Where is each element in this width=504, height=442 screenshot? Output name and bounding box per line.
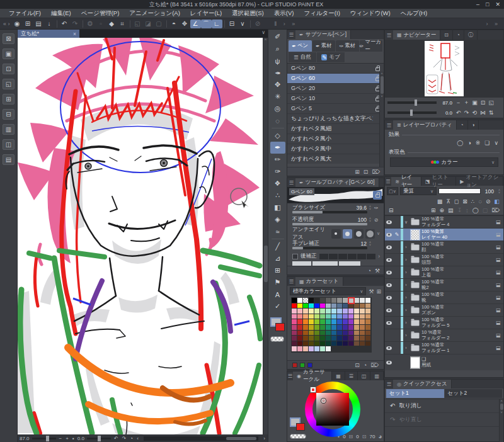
eyedropper-tool[interactable]: ✒	[270, 67, 285, 79]
canvas-zoom-in-icon[interactable]: +	[65, 436, 69, 441]
color-swatch[interactable]	[314, 298, 320, 303]
brush-item[interactable]: かすれベタ風中	[287, 144, 384, 154]
color-swatch[interactable]	[326, 298, 331, 303]
color-swatch[interactable]	[297, 346, 303, 352]
transfer-down-icon[interactable]: ↧	[457, 207, 462, 213]
stabilization-value[interactable]: 12	[350, 241, 367, 247]
nav-zoom-in-icon[interactable]: +	[462, 99, 471, 106]
move-tool[interactable]: ✥	[270, 79, 285, 91]
help-icon[interactable]: ⊘	[253, 20, 263, 28]
processing-icon[interactable]: ❂	[85, 20, 96, 28]
menu-item[interactable]: 表示(V)	[269, 9, 299, 18]
color-swatch[interactable]	[343, 325, 348, 331]
color-swatch[interactable]	[365, 341, 371, 347]
color-swatch[interactable]	[320, 331, 326, 336]
color-swatch[interactable]	[354, 309, 360, 314]
tab-effect[interactable]: ◑	[468, 120, 479, 130]
quick-access-tab[interactable]: ◎クイックアクセス	[393, 380, 452, 388]
layer-row[interactable]: ✎ › 100 %通常 靴2 ⬓	[385, 279, 503, 292]
color-swatch[interactable]	[343, 346, 348, 352]
color-swatch[interactable]	[326, 341, 331, 347]
color-swatch[interactable]	[343, 331, 348, 336]
object-tool[interactable]: ◎	[270, 103, 285, 115]
brush-item[interactable]: ちょっぴりえっちな描き文字ペン	[287, 114, 384, 124]
pin-opacity-icon[interactable]: ▩	[437, 198, 443, 205]
panel-menu-icon[interactable]: ☰	[385, 120, 393, 130]
dock-palette-icon[interactable]: ◱	[3, 79, 14, 89]
csp-logo-icon[interactable]: ◉	[12, 20, 23, 28]
canvas-tab-chevron-icon[interactable]: ∨	[259, 30, 268, 38]
deselect-icon[interactable]: ▫	[96, 20, 106, 28]
aa-chevron-icon[interactable]: ∨	[377, 231, 380, 236]
color-swatch[interactable]	[320, 336, 326, 341]
canvas-tab-close-icon[interactable]: ×	[73, 31, 76, 37]
sv-square[interactable]	[316, 393, 349, 426]
new-vector-layer-icon[interactable]: ⊕	[440, 207, 445, 213]
color-swatch[interactable]	[331, 298, 337, 303]
ruler-show-icon[interactable]: ⊘	[486, 198, 491, 205]
expand-arrow-icon[interactable]: ›	[403, 258, 409, 262]
color-swatch[interactable]	[309, 341, 314, 347]
auto-action-tab[interactable]: ▶オートアクション	[456, 177, 503, 186]
panel-menu-icon[interactable]: ☰	[287, 277, 295, 286]
duplicate-subtool-icon[interactable]: ⊡	[364, 169, 369, 175]
snap-ruler-icon[interactable]: ∠	[190, 20, 201, 28]
color-swatch[interactable]	[354, 303, 360, 309]
menu-item[interactable]: 選択範囲(S)	[227, 9, 269, 18]
opacity-value[interactable]: 100	[350, 217, 367, 223]
layer-settings-icon[interactable]: ⬓	[493, 269, 503, 275]
tool-button[interactable]	[272, 239, 284, 239]
nav-flip-h-icon[interactable]: ⋈	[479, 110, 487, 116]
color-swatch[interactable]	[320, 303, 326, 309]
color-swatch[interactable]	[348, 336, 354, 341]
color-swatch[interactable]	[326, 346, 331, 352]
menu-item[interactable]: ウィンドウ(W)	[345, 9, 396, 18]
color-swatch[interactable]	[326, 309, 331, 314]
visibility-eye-icon[interactable]	[386, 309, 392, 312]
panel-menu-icon[interactable]: ☰	[385, 177, 391, 186]
color-swatch[interactable]	[354, 341, 360, 347]
add-color-icon[interactable]: ◔	[364, 362, 367, 368]
color-swatch[interactable]	[337, 303, 343, 309]
color-swatch[interactable]	[337, 331, 343, 336]
delete-subtool-icon[interactable]: ⌦	[372, 169, 380, 175]
create-subtool-icon[interactable]: ⊞	[355, 169, 360, 175]
post-correction-level[interactable]	[319, 254, 376, 259]
color-swatch[interactable]	[365, 309, 371, 314]
new-folder-icon[interactable]: ▤	[448, 207, 454, 213]
close-button[interactable]: ✕	[495, 1, 500, 8]
color-swatch[interactable]	[337, 336, 343, 341]
tab-color-history[interactable]: ▥	[370, 371, 384, 380]
stepper[interactable]: ˄˅	[497, 189, 501, 194]
recent-color-swatch[interactable]	[292, 363, 297, 368]
brush-size-slider[interactable]	[292, 211, 367, 213]
toolbar-icon[interactable]	[83, 20, 83, 28]
color-swatch[interactable]	[365, 298, 371, 303]
color-swatch[interactable]	[292, 309, 297, 314]
color-swatch[interactable]	[331, 341, 337, 347]
subtool-scrollbar[interactable]: ˄˅	[379, 72, 384, 173]
layer-row[interactable]: ✎ › 100 %通常 ズボン ⬓	[385, 304, 503, 317]
subtool-group-pen[interactable]: ✒ペン	[289, 40, 312, 52]
color-swatch[interactable]	[354, 331, 360, 336]
color-swatch[interactable]	[348, 303, 354, 309]
canvas-hscrollbar[interactable]	[144, 436, 259, 441]
color-swatch[interactable]	[360, 303, 365, 309]
color-swatch[interactable]	[348, 309, 354, 314]
color-swatch[interactable]	[303, 346, 309, 352]
pen-tool[interactable]: ✒	[270, 142, 285, 154]
color-swatch[interactable]	[360, 309, 365, 314]
color-swatch[interactable]	[314, 336, 320, 341]
tab-subview[interactable]: ⊡	[440, 30, 453, 40]
expand-arrow-icon[interactable]: ›	[403, 346, 409, 350]
color-swatch[interactable]	[331, 331, 337, 336]
color-swatch[interactable]	[314, 331, 320, 336]
expand-arrow-icon[interactable]: ›	[403, 283, 409, 287]
stepper[interactable]: ˄˅	[368, 241, 372, 246]
color-swatch[interactable]	[303, 325, 309, 331]
eraser-tool[interactable]: ◇	[270, 130, 285, 142]
color-swatch[interactable]	[326, 303, 331, 309]
color-swatch[interactable]	[303, 331, 309, 336]
qa-set-1[interactable]: セット1	[386, 389, 444, 398]
color-swatch[interactable]	[314, 325, 320, 331]
